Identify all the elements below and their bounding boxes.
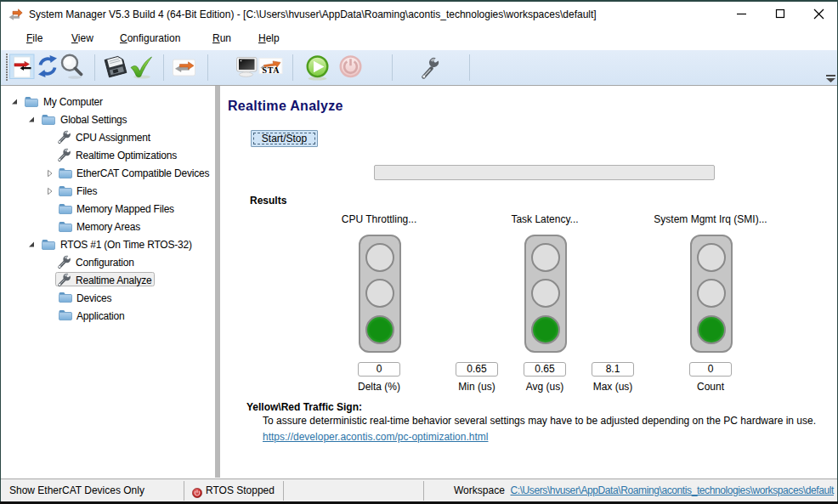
- svg-text:STA: STA: [263, 65, 280, 75]
